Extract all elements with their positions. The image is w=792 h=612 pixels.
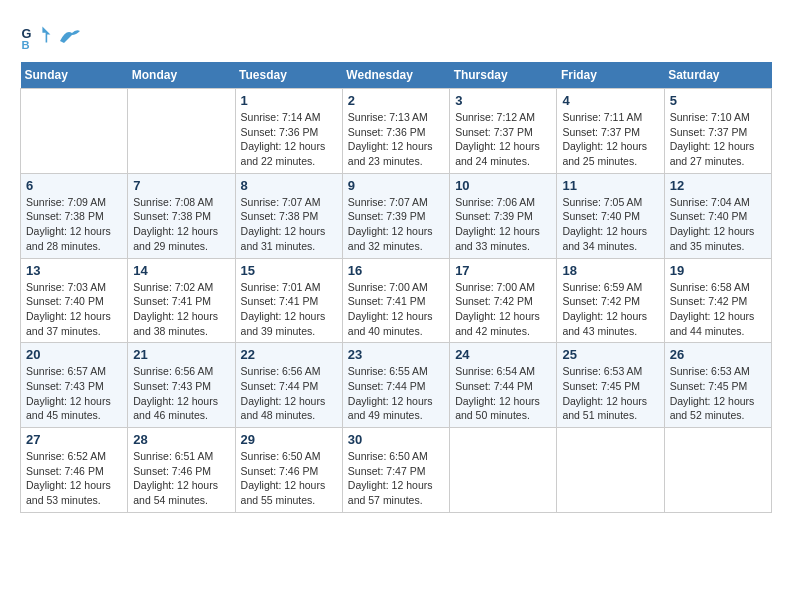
day-number: 3 [455,93,551,108]
day-cell: 2Sunrise: 7:13 AM Sunset: 7:36 PM Daylig… [342,89,449,174]
day-info: Sunrise: 7:01 AM Sunset: 7:41 PM Dayligh… [241,280,337,339]
day-info: Sunrise: 7:07 AM Sunset: 7:38 PM Dayligh… [241,195,337,254]
day-number: 14 [133,263,229,278]
day-number: 8 [241,178,337,193]
day-cell: 16Sunrise: 7:00 AM Sunset: 7:41 PM Dayli… [342,258,449,343]
day-cell: 1Sunrise: 7:14 AM Sunset: 7:36 PM Daylig… [235,89,342,174]
day-info: Sunrise: 7:06 AM Sunset: 7:39 PM Dayligh… [455,195,551,254]
col-header-thursday: Thursday [450,62,557,89]
day-number: 15 [241,263,337,278]
day-info: Sunrise: 7:00 AM Sunset: 7:42 PM Dayligh… [455,280,551,339]
day-number: 10 [455,178,551,193]
col-header-saturday: Saturday [664,62,771,89]
day-info: Sunrise: 7:03 AM Sunset: 7:40 PM Dayligh… [26,280,122,339]
day-info: Sunrise: 7:04 AM Sunset: 7:40 PM Dayligh… [670,195,766,254]
col-header-sunday: Sunday [21,62,128,89]
day-info: Sunrise: 7:02 AM Sunset: 7:41 PM Dayligh… [133,280,229,339]
day-info: Sunrise: 6:54 AM Sunset: 7:44 PM Dayligh… [455,364,551,423]
day-info: Sunrise: 7:10 AM Sunset: 7:37 PM Dayligh… [670,110,766,169]
day-number: 11 [562,178,658,193]
day-number: 5 [670,93,766,108]
svg-text:B: B [22,39,30,51]
day-number: 21 [133,347,229,362]
header: G B [20,20,772,52]
day-number: 2 [348,93,444,108]
day-cell: 7Sunrise: 7:08 AM Sunset: 7:38 PM Daylig… [128,173,235,258]
day-info: Sunrise: 6:57 AM Sunset: 7:43 PM Dayligh… [26,364,122,423]
day-cell: 28Sunrise: 6:51 AM Sunset: 7:46 PM Dayli… [128,428,235,513]
day-cell [557,428,664,513]
svg-marker-1 [42,26,50,42]
day-info: Sunrise: 6:55 AM Sunset: 7:44 PM Dayligh… [348,364,444,423]
day-number: 29 [241,432,337,447]
day-info: Sunrise: 7:09 AM Sunset: 7:38 PM Dayligh… [26,195,122,254]
week-row-1: 1Sunrise: 7:14 AM Sunset: 7:36 PM Daylig… [21,89,772,174]
header-row: SundayMondayTuesdayWednesdayThursdayFrid… [21,62,772,89]
day-cell: 12Sunrise: 7:04 AM Sunset: 7:40 PM Dayli… [664,173,771,258]
col-header-monday: Monday [128,62,235,89]
day-number: 19 [670,263,766,278]
day-info: Sunrise: 6:52 AM Sunset: 7:46 PM Dayligh… [26,449,122,508]
day-number: 30 [348,432,444,447]
day-cell: 13Sunrise: 7:03 AM Sunset: 7:40 PM Dayli… [21,258,128,343]
day-info: Sunrise: 7:11 AM Sunset: 7:37 PM Dayligh… [562,110,658,169]
day-cell: 3Sunrise: 7:12 AM Sunset: 7:37 PM Daylig… [450,89,557,174]
logo-icon: G B [20,20,52,52]
day-number: 13 [26,263,122,278]
day-cell: 30Sunrise: 6:50 AM Sunset: 7:47 PM Dayli… [342,428,449,513]
week-row-4: 20Sunrise: 6:57 AM Sunset: 7:43 PM Dayli… [21,343,772,428]
day-cell: 6Sunrise: 7:09 AM Sunset: 7:38 PM Daylig… [21,173,128,258]
day-cell: 21Sunrise: 6:56 AM Sunset: 7:43 PM Dayli… [128,343,235,428]
day-cell: 22Sunrise: 6:56 AM Sunset: 7:44 PM Dayli… [235,343,342,428]
day-info: Sunrise: 6:53 AM Sunset: 7:45 PM Dayligh… [670,364,766,423]
week-row-3: 13Sunrise: 7:03 AM Sunset: 7:40 PM Dayli… [21,258,772,343]
day-cell: 20Sunrise: 6:57 AM Sunset: 7:43 PM Dayli… [21,343,128,428]
day-number: 17 [455,263,551,278]
day-cell: 19Sunrise: 6:58 AM Sunset: 7:42 PM Dayli… [664,258,771,343]
day-cell: 5Sunrise: 7:10 AM Sunset: 7:37 PM Daylig… [664,89,771,174]
day-cell: 23Sunrise: 6:55 AM Sunset: 7:44 PM Dayli… [342,343,449,428]
day-info: Sunrise: 7:00 AM Sunset: 7:41 PM Dayligh… [348,280,444,339]
day-cell: 17Sunrise: 7:00 AM Sunset: 7:42 PM Dayli… [450,258,557,343]
day-number: 6 [26,178,122,193]
day-info: Sunrise: 6:50 AM Sunset: 7:47 PM Dayligh… [348,449,444,508]
day-info: Sunrise: 7:07 AM Sunset: 7:39 PM Dayligh… [348,195,444,254]
day-number: 9 [348,178,444,193]
day-cell: 9Sunrise: 7:07 AM Sunset: 7:39 PM Daylig… [342,173,449,258]
day-number: 26 [670,347,766,362]
day-info: Sunrise: 6:58 AM Sunset: 7:42 PM Dayligh… [670,280,766,339]
day-cell: 29Sunrise: 6:50 AM Sunset: 7:46 PM Dayli… [235,428,342,513]
day-number: 1 [241,93,337,108]
day-number: 23 [348,347,444,362]
col-header-friday: Friday [557,62,664,89]
day-cell: 8Sunrise: 7:07 AM Sunset: 7:38 PM Daylig… [235,173,342,258]
calendar-table: SundayMondayTuesdayWednesdayThursdayFrid… [20,62,772,513]
day-number: 7 [133,178,229,193]
day-cell [128,89,235,174]
day-cell [21,89,128,174]
day-info: Sunrise: 7:12 AM Sunset: 7:37 PM Dayligh… [455,110,551,169]
day-info: Sunrise: 6:59 AM Sunset: 7:42 PM Dayligh… [562,280,658,339]
day-number: 24 [455,347,551,362]
day-number: 18 [562,263,658,278]
day-info: Sunrise: 7:13 AM Sunset: 7:36 PM Dayligh… [348,110,444,169]
day-number: 28 [133,432,229,447]
day-cell: 25Sunrise: 6:53 AM Sunset: 7:45 PM Dayli… [557,343,664,428]
day-info: Sunrise: 7:14 AM Sunset: 7:36 PM Dayligh… [241,110,337,169]
day-info: Sunrise: 6:51 AM Sunset: 7:46 PM Dayligh… [133,449,229,508]
day-cell [664,428,771,513]
day-cell: 24Sunrise: 6:54 AM Sunset: 7:44 PM Dayli… [450,343,557,428]
day-number: 12 [670,178,766,193]
logo: G B [20,20,82,52]
day-cell: 14Sunrise: 7:02 AM Sunset: 7:41 PM Dayli… [128,258,235,343]
day-info: Sunrise: 6:56 AM Sunset: 7:44 PM Dayligh… [241,364,337,423]
day-info: Sunrise: 6:53 AM Sunset: 7:45 PM Dayligh… [562,364,658,423]
day-cell: 11Sunrise: 7:05 AM Sunset: 7:40 PM Dayli… [557,173,664,258]
col-header-tuesday: Tuesday [235,62,342,89]
day-cell: 4Sunrise: 7:11 AM Sunset: 7:37 PM Daylig… [557,89,664,174]
day-info: Sunrise: 7:08 AM Sunset: 7:38 PM Dayligh… [133,195,229,254]
day-number: 22 [241,347,337,362]
day-number: 20 [26,347,122,362]
day-cell: 10Sunrise: 7:06 AM Sunset: 7:39 PM Dayli… [450,173,557,258]
week-row-2: 6Sunrise: 7:09 AM Sunset: 7:38 PM Daylig… [21,173,772,258]
